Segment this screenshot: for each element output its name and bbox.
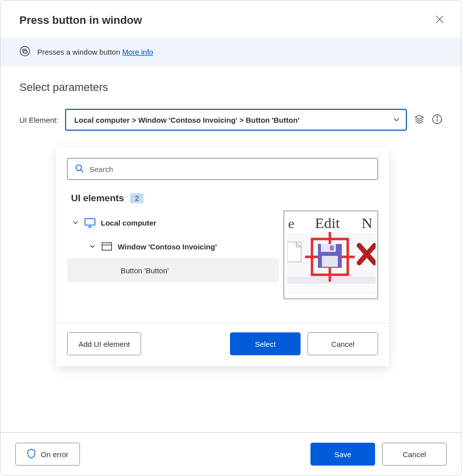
chevron-down-icon (87, 243, 98, 249)
tree-node-label: Local computer (101, 219, 156, 227)
search-input[interactable] (89, 165, 371, 173)
svg-rect-17 (330, 245, 334, 250)
popup-footer: Add UI element Select Cancel (67, 332, 378, 355)
popup-cancel-button[interactable]: Cancel (308, 332, 378, 355)
close-icon (436, 17, 444, 25)
ui-elements-count-badge: 2 (130, 193, 144, 203)
resize-grip-icon[interactable] (453, 467, 460, 474)
svg-point-4 (437, 116, 438, 117)
chevron-down-icon (70, 220, 81, 226)
svg-point-26 (458, 472, 459, 473)
section-title: Select parameters (19, 81, 443, 94)
preview-menu-text-left: e (288, 216, 294, 231)
svg-point-22 (456, 470, 457, 471)
layers-icon[interactable] (414, 114, 425, 126)
ui-element-selected-text: Local computer > Window 'Contoso Invoici… (74, 116, 299, 124)
info-icon[interactable] (432, 114, 443, 126)
ui-element-param-row: UI Element: Local computer > Window 'Con… (19, 109, 443, 131)
tree-node-label: Window 'Contoso Invoicing' (118, 242, 217, 251)
chevron-down-icon (393, 116, 400, 124)
ui-element-tree: Local computer Window 'Contoso Invoicing… (67, 211, 279, 305)
shield-icon (27, 449, 36, 460)
info-description: Presses a window button (37, 48, 122, 56)
add-ui-element-button[interactable]: Add UI element (67, 332, 141, 355)
tree-node-label: Button 'Button' (121, 266, 169, 275)
svg-rect-7 (102, 243, 112, 250)
preview-menu-text-right: N (362, 215, 373, 231)
cancel-button[interactable]: Cancel (382, 443, 447, 466)
tree-node-button-selected[interactable]: Button 'Button' (67, 258, 279, 282)
elements-title-row: UI elements 2 (71, 193, 376, 204)
search-box[interactable] (67, 158, 378, 180)
svg-rect-6 (85, 219, 95, 225)
svg-point-5 (76, 165, 81, 170)
param-side-icons (414, 114, 443, 126)
svg-rect-18 (322, 256, 338, 267)
more-info-link[interactable]: More info (122, 48, 154, 56)
preview-graphic: e Edit N (287, 214, 375, 296)
window-icon (100, 242, 114, 251)
svg-rect-9 (287, 277, 376, 284)
dialog-title: Press button in window (19, 14, 142, 27)
save-button[interactable]: Save (310, 443, 375, 466)
search-icon (75, 163, 84, 175)
tree-node-local-computer[interactable]: Local computer (67, 211, 279, 235)
element-preview-thumbnail: e Edit N (284, 211, 378, 299)
on-error-label: On error (41, 450, 69, 459)
close-button[interactable] (433, 12, 447, 28)
dialog-footer: On error Save Cancel (0, 432, 462, 476)
ui-element-picker-popup: UI elements 2 Local computer (56, 147, 389, 366)
svg-point-24 (454, 472, 455, 473)
info-bar: Presses a window button More info (0, 38, 462, 66)
select-button[interactable]: Select (230, 332, 301, 355)
dialog-header: Press button in window (0, 0, 462, 38)
tree-node-window[interactable]: Window 'Contoso Invoicing' (67, 235, 279, 258)
svg-point-23 (458, 470, 459, 471)
preview-menu-text-center: Edit (315, 215, 340, 231)
svg-point-21 (458, 468, 459, 469)
action-icon (19, 46, 30, 58)
ui-element-dropdown[interactable]: Local computer > Window 'Contoso Invoici… (65, 109, 407, 131)
ui-element-label: UI Element: (19, 116, 58, 124)
svg-rect-10 (287, 284, 376, 295)
tree-and-preview: Local computer Window 'Contoso Invoicing… (67, 211, 378, 305)
dialog-press-button-in-window: Press button in window Presses a window … (0, 0, 462, 476)
on-error-button[interactable]: On error (15, 443, 80, 466)
svg-rect-2 (24, 51, 27, 53)
desktop-icon (83, 217, 97, 228)
popup-divider (56, 323, 389, 323)
info-text: Presses a window button More info (37, 48, 153, 56)
ui-elements-heading: UI elements (71, 193, 124, 204)
svg-point-25 (456, 472, 457, 473)
